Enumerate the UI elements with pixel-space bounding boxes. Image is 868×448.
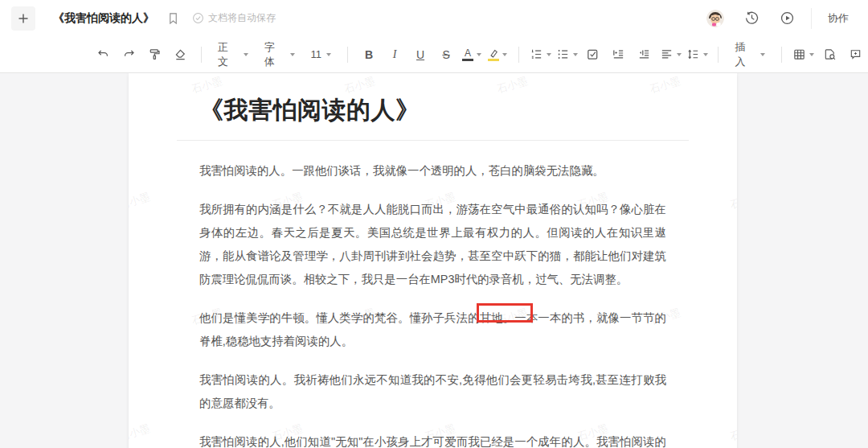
strikethrough-button[interactable]: S (436, 44, 457, 65)
underline-button[interactable]: U (410, 44, 431, 65)
highlighter-icon (488, 48, 499, 61)
align-left-icon (660, 47, 674, 61)
toolbar-divider (781, 47, 782, 63)
doc-paragraph[interactable]: 我害怕阅读的人,他们知道"无知"在小孩身上才可爱而我已经是一个成年的人。我害怕阅… (199, 430, 666, 448)
strikethrough-label: S (442, 48, 449, 61)
toolbar-divider (347, 47, 348, 63)
plus-icon (17, 12, 30, 25)
clear-format-button[interactable] (170, 44, 190, 65)
paragraph-style-value: 正文 (218, 40, 239, 69)
redo-button[interactable] (118, 44, 139, 65)
ordered-list-button[interactable] (530, 44, 551, 65)
font-size-dropdown[interactable]: 11 (305, 44, 338, 65)
chevron-down-icon (760, 53, 765, 56)
editor-background: 石小墨 石小墨 石小墨 石小墨 石小墨 石小墨 石小墨 石小墨 石小墨 石小墨 … (0, 73, 868, 448)
history-clock-icon (744, 10, 760, 26)
collaborate-button[interactable]: 协作 (811, 8, 857, 29)
chevron-down-icon (477, 53, 481, 56)
indent-increase-button[interactable] (608, 44, 629, 65)
format-toolbar: 正文 字体 11 B I U S A (0, 36, 868, 73)
chevron-down-icon (547, 53, 551, 56)
doc-paragraph[interactable]: 他们是懂美学的牛顿。懂人类学的梵谷。懂孙子兵法的甘地。一本一本的书，就像一节节的… (199, 306, 666, 353)
format-painter-icon (148, 47, 162, 61)
history-button[interactable] (740, 7, 763, 30)
topbar: 《我害怕阅读的人》 文档将自动保存 (0, 0, 868, 36)
document-page[interactable]: 石小墨 石小墨 石小墨 石小墨 石小墨 石小墨 石小墨 石小墨 石小墨 石小墨 … (129, 73, 737, 448)
font-size-value: 11 (311, 48, 322, 60)
autosave-label: 文档将自动保存 (208, 11, 276, 25)
comment-button[interactable] (845, 44, 866, 65)
chevron-down-icon (290, 53, 295, 56)
font-family-dropdown[interactable]: 字体 (258, 44, 301, 65)
line-spacing-button[interactable] (686, 44, 708, 65)
format-painter-button[interactable] (144, 44, 165, 65)
chevron-down-icon (809, 53, 814, 56)
insert-table-button[interactable] (792, 44, 814, 65)
document-body[interactable]: 我害怕阅读的人。一跟他们谈话，我就像一个透明的人，苍白的脑袋无法隐藏。 我所拥有… (199, 159, 666, 448)
font-color-button[interactable]: A (461, 44, 482, 65)
font-color-icon: A (462, 48, 473, 61)
document-title[interactable]: 《我害怕阅读的人》 (53, 11, 154, 26)
line-spacing-icon (686, 47, 700, 61)
align-button[interactable] (660, 44, 682, 65)
document-content[interactable]: 《我害怕阅读的人》 我害怕阅读的人。一跟他们谈话，我就像一个透明的人，苍白的脑袋… (129, 73, 737, 448)
check-circle-icon (192, 12, 204, 24)
indent-decrease-icon (637, 47, 651, 61)
insert-dropdown[interactable]: 插入 (728, 44, 772, 65)
play-circle-icon (780, 10, 795, 26)
insert-label: 插入 (735, 40, 755, 69)
document-heading[interactable]: 《我害怕阅读的人》 (199, 94, 666, 127)
avatar[interactable] (706, 10, 724, 27)
italic-label: I (393, 48, 397, 61)
comment-plus-icon (849, 47, 862, 61)
undo-button[interactable] (92, 44, 113, 65)
indent-decrease-button[interactable] (634, 44, 655, 65)
bold-label: B (365, 48, 373, 61)
highlight-color-button[interactable] (487, 44, 508, 65)
present-button[interactable] (776, 7, 798, 30)
task-list-button[interactable] (583, 44, 604, 65)
bold-button[interactable]: B (358, 44, 379, 65)
toolbar-divider (718, 47, 719, 63)
doc-paragraph[interactable]: 我害怕阅读的人。一跟他们谈话，我就像一个透明的人，苍白的脑袋无法隐藏。 (199, 159, 666, 183)
chevron-down-icon (326, 53, 331, 56)
doc-paragraph[interactable]: 我所拥有的内涵是什么？不就是人人能脱口而出，游荡在空气中最通俗的认知吗？像心脏在… (199, 198, 666, 291)
find-replace-button[interactable] (819, 44, 840, 65)
toolbar-divider (518, 47, 519, 63)
paragraph-style-dropdown[interactable]: 正文 (211, 44, 255, 65)
find-replace-icon (823, 47, 837, 61)
redo-icon (122, 47, 136, 61)
indent-increase-icon (612, 47, 625, 61)
toolbar-divider (201, 47, 202, 63)
chevron-down-icon (703, 53, 708, 56)
ordered-list-icon (530, 47, 543, 61)
doc-paragraph[interactable]: 我害怕阅读的人。我祈祷他们永远不知道我的不安,免得他们会更轻易击垮我,甚至连打败… (199, 368, 666, 415)
undo-icon (96, 47, 110, 61)
red-annotation-box (477, 303, 533, 323)
chevron-down-icon (573, 53, 578, 56)
document-heading-block: 《我害怕阅读的人》 (177, 73, 689, 141)
chevron-down-icon (677, 53, 682, 56)
bullet-list-icon (556, 47, 570, 61)
table-icon (792, 47, 806, 61)
underline-label: U (416, 48, 424, 61)
eraser-icon (174, 47, 187, 61)
bullet-list-button[interactable] (556, 44, 578, 65)
chevron-down-icon (244, 53, 248, 56)
font-family-value: 字体 (264, 40, 285, 69)
checkbox-icon (586, 47, 600, 61)
new-document-button[interactable] (11, 6, 35, 31)
chevron-down-icon (502, 53, 507, 56)
autosave-status: 文档将自动保存 (192, 11, 276, 25)
bookmark-icon[interactable] (167, 12, 179, 25)
italic-button[interactable]: I (384, 44, 405, 65)
